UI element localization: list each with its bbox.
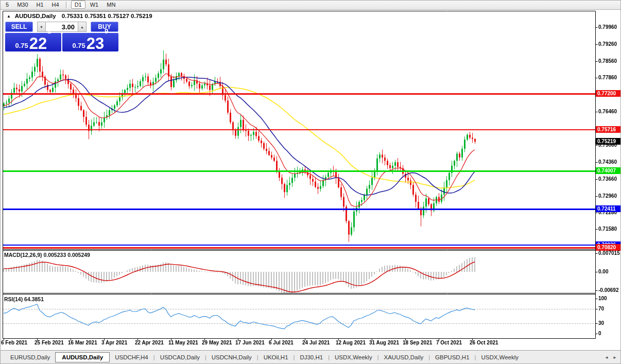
chart-tab-xauusd-daily[interactable]: XAUUSD,Daily (379, 352, 429, 362)
chart-tabs-bar: EURUSD,DailyAUDUSD,DailyUSDCHF,H4|USDCAD… (0, 350, 621, 364)
chart-symbol-label: AUDUSD,Daily (15, 13, 56, 19)
chart-canvas[interactable] (0, 0, 621, 364)
ask-price-big: 23 (87, 35, 104, 53)
bid-price[interactable]: 0.75222 (5, 33, 61, 51)
sell-button[interactable]: SELL (5, 22, 33, 32)
tab-navigation: ◄ ► (601, 355, 617, 360)
timeframe-toolbar: 5M30H1H4D1W1MN (0, 0, 621, 10)
timeframe-button-h1[interactable]: H1 (33, 1, 47, 9)
chart-tab-usdchf-h4[interactable]: USDCHF,H4 (110, 352, 153, 362)
collapse-panel-icon[interactable]: ▲ (7, 14, 11, 19)
timeframe-button-m30[interactable]: M30 (13, 1, 31, 9)
bid-price-sup: 2 (47, 27, 51, 35)
chart-tab-gbpusd-h1[interactable]: GBPUSD,H1 (430, 352, 474, 362)
chart-ohlc-values: 0.75331 0.75351 0.75127 0.75219 (62, 13, 152, 19)
chart-tab-ukoil-h1[interactable]: UKOil,H1 (258, 352, 294, 362)
timeframe-buttons: 5M30H1H4D1W1MN (2, 1, 119, 9)
timeframe-button-mn[interactable]: MN (103, 1, 119, 9)
toolbar-separator (66, 2, 68, 8)
ask-price-sup: 9 (105, 27, 108, 35)
chart-tab-usdcnh-daily[interactable]: USDCNH,Daily (206, 352, 257, 362)
bid-price-big: 22 (29, 35, 47, 53)
tab-scroll-right-icon[interactable]: ► (613, 355, 617, 360)
chart-tabs: EURUSD,DailyAUDUSD,DailyUSDCHF,H4|USDCAD… (5, 352, 524, 362)
chart-tab-audusd-daily[interactable]: AUDUSD,Daily (55, 352, 110, 362)
timeframe-button-w1[interactable]: W1 (87, 1, 102, 9)
chart-tab-dj30-h1[interactable]: DJ30,H1 (295, 352, 328, 362)
chart-title: ▲ AUDUSD,Daily 0.75331 0.75351 0.75127 0… (7, 13, 152, 19)
lot-increase-button[interactable]: ▲ (78, 22, 87, 32)
chart-tab-usdx-weekly[interactable]: USDX,Weekly (330, 352, 377, 362)
chart-tab-eurusd-daily[interactable]: EURUSD,Daily (5, 352, 55, 362)
timeframe-button-5[interactable]: 5 (2, 1, 12, 9)
timeframe-button-d1[interactable]: D1 (71, 1, 85, 9)
chart-tab-usdx-weekly[interactable]: USDX,Weekly (476, 352, 524, 362)
tab-scroll-left-icon[interactable]: ◄ (605, 355, 609, 360)
chart-tab-usdcad-daily[interactable]: USDCAD,Daily (155, 352, 205, 362)
ask-price[interactable]: 0.75239 (62, 33, 118, 51)
bid-price-prefix: 0.75 (15, 42, 28, 49)
one-click-trading-panel: SELL ▼ ▲ BUY 0.75222 0.75239 (5, 22, 118, 51)
ask-price-prefix: 0.75 (72, 42, 85, 49)
timeframe-button-h4[interactable]: H4 (48, 1, 63, 9)
lot-size-spinner: ▼ ▲ (37, 22, 87, 32)
lot-decrease-button[interactable]: ▼ (37, 22, 46, 32)
